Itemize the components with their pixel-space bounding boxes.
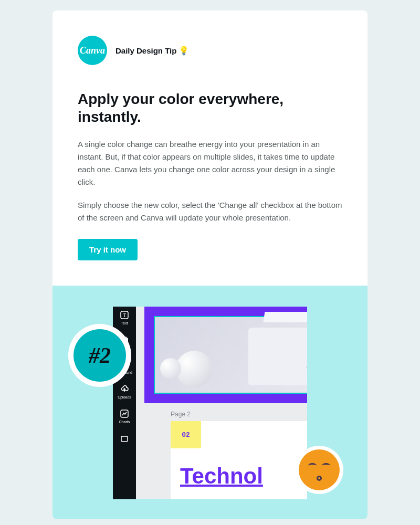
lightbulb-icon: 💡 (178, 46, 189, 56)
sphere-shape (176, 351, 213, 387)
text-icon: T (119, 310, 130, 320)
eye-icon (322, 463, 330, 468)
uploads-icon (119, 384, 130, 394)
body-paragraph-1: A single color change can breathe energy… (78, 138, 342, 188)
editor-canvas: ↖ Page 2 02 Technol (136, 307, 307, 499)
slide-number-badge: 02 (171, 421, 201, 448)
hero-illustration: T Text Videos Bkground (52, 286, 368, 519)
editor-mock: T Text Videos Bkground (113, 307, 307, 499)
sidebar-item-uploads: Uploads (118, 384, 131, 399)
page-label: Page 2 (171, 411, 191, 418)
body-paragraph-2: Simply choose the new color, select the … (78, 199, 342, 224)
smiley-sticker (295, 446, 343, 494)
slide-title: Technol (180, 464, 263, 489)
brand-logo: Canva (78, 36, 107, 65)
tip-card: Canva Daily Design Tip 💡 Apply your colo… (52, 10, 368, 519)
eye-icon (308, 463, 317, 468)
sidebar-label: Uploads (118, 395, 131, 399)
kicker-text: Daily Design Tip (116, 46, 176, 55)
slide-1: ↖ (144, 307, 307, 403)
svg-text:T: T (123, 312, 126, 318)
mouth-icon (317, 476, 322, 481)
sidebar-label: Text (121, 321, 128, 325)
sphere-shape (160, 358, 181, 379)
svg-rect-5 (121, 436, 128, 442)
more-icon (119, 433, 130, 444)
headline: Apply your color everywhere, instantly. (78, 90, 342, 125)
slide-2: 02 Technol (171, 421, 307, 499)
try-now-button[interactable]: Try it now (78, 239, 138, 260)
tip-number-badge: #2 (68, 324, 131, 387)
kicker-label: Daily Design Tip 💡 (116, 46, 189, 56)
sidebar-item-more (119, 433, 130, 444)
charts-icon (119, 408, 130, 419)
card-header: Canva Daily Design Tip 💡 (78, 36, 342, 65)
sidebar-label: Charts (119, 420, 130, 424)
sidebar-item-text: T Text (119, 310, 130, 325)
cursor-icon: ↖ (306, 364, 307, 372)
sidebar-item-charts: Charts (119, 408, 130, 424)
